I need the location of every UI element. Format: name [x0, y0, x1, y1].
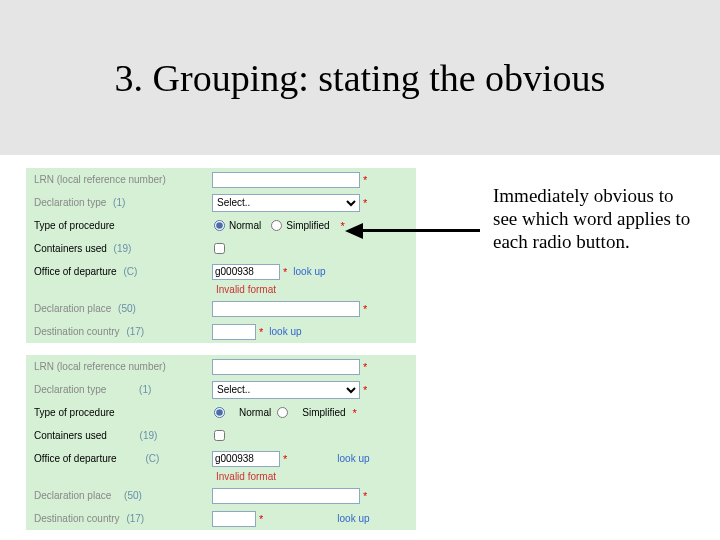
input-dest[interactable] [212, 324, 256, 340]
input-dest[interactable] [212, 511, 256, 527]
required-icon: * [283, 266, 287, 278]
form-panel-b: LRN (local reference number) * Declarati… [26, 355, 416, 530]
hint-decl-type: (1) [139, 384, 151, 395]
hint-office: (C) [123, 266, 137, 277]
row-decl-type: Declaration type (1) Select.. * [26, 191, 416, 214]
form-panel-a: LRN (local reference number) * Declarati… [26, 168, 416, 343]
arrow-line [360, 229, 480, 232]
hint-dest: (17) [126, 513, 144, 524]
slide-title: 3. Grouping: stating the obvious [115, 56, 606, 100]
input-lrn[interactable] [212, 172, 360, 188]
hint-place: (50) [124, 490, 142, 501]
label-dest-text: Destination country [34, 513, 120, 524]
row-dest: Destination country (17) * look up [26, 320, 416, 343]
label-containers-text: Containers used [34, 430, 107, 441]
row-dest: Destination country (17) * look up [26, 507, 416, 530]
hint-decl-type: (1) [113, 197, 125, 208]
lookup-link[interactable]: look up [269, 326, 301, 337]
label-place-text: Declaration place [34, 490, 111, 501]
error-invalid-format: Invalid format [26, 470, 416, 484]
checkbox-containers[interactable] [214, 243, 225, 254]
radio-simplified[interactable] [271, 220, 282, 231]
required-icon: * [363, 303, 367, 315]
required-icon: * [259, 513, 263, 525]
label-lrn: LRN (local reference number) [32, 361, 212, 372]
label-decl-type-text: Declaration type [34, 197, 106, 208]
label-decl-type: Declaration type (1) [32, 384, 212, 395]
label-office: Office of departure (C) [32, 266, 212, 277]
label-containers: Containers used (19) [32, 243, 212, 254]
radio-normal[interactable] [214, 407, 225, 418]
radio-simplified[interactable] [277, 407, 288, 418]
row-lrn: LRN (local reference number) * [26, 168, 416, 191]
hint-place: (50) [118, 303, 136, 314]
row-office: Office of departure (C) * look up [26, 260, 416, 283]
row-containers: Containers used (19) [26, 424, 416, 447]
radio-label-simplified: Simplified [302, 407, 345, 418]
label-procedure: Type of procedure [32, 407, 212, 418]
checkbox-containers[interactable] [214, 430, 225, 441]
label-office-text: Office of departure [34, 453, 117, 464]
input-place[interactable] [212, 301, 360, 317]
required-icon: * [363, 197, 367, 209]
row-decl-type: Declaration type (1) Select.. * [26, 378, 416, 401]
label-place-text: Declaration place [34, 303, 111, 314]
label-procedure: Type of procedure [32, 220, 212, 231]
label-containers-text: Containers used [34, 243, 107, 254]
annotation-text: Immediately obvious to see which word ap… [493, 185, 693, 253]
radio-label-simplified: Simplified [286, 220, 329, 231]
row-place: Declaration place (50) * [26, 297, 416, 320]
row-office: Office of departure (C) * look up [26, 447, 416, 470]
label-office-text: Office of departure [34, 266, 117, 277]
error-invalid-format: Invalid format [26, 283, 416, 297]
arrow-icon [345, 223, 495, 243]
hint-containers: (19) [140, 430, 158, 441]
radio-label-normal: Normal [239, 407, 271, 418]
hint-office: (C) [145, 453, 159, 464]
lookup-link[interactable]: look up [337, 453, 369, 464]
label-place: Declaration place (50) [32, 303, 212, 314]
row-procedure: Type of procedure Normal Simplified * [26, 401, 416, 424]
label-dest: Destination country (17) [32, 326, 212, 337]
hint-dest: (17) [126, 326, 144, 337]
required-icon: * [363, 384, 367, 396]
row-lrn: LRN (local reference number) * [26, 355, 416, 378]
select-decl-type[interactable]: Select.. [212, 381, 360, 399]
label-place: Declaration place (50) [32, 490, 212, 501]
required-icon: * [363, 490, 367, 502]
label-containers: Containers used (19) [32, 430, 212, 441]
required-icon: * [363, 174, 367, 186]
label-lrn: LRN (local reference number) [32, 174, 212, 185]
hint-containers: (19) [114, 243, 132, 254]
input-office[interactable] [212, 264, 280, 280]
required-icon: * [353, 407, 357, 419]
select-decl-type[interactable]: Select.. [212, 194, 360, 212]
required-icon: * [363, 361, 367, 373]
row-place: Declaration place (50) * [26, 484, 416, 507]
radio-label-normal: Normal [229, 220, 261, 231]
radio-normal[interactable] [214, 220, 225, 231]
label-dest-text: Destination country [34, 326, 120, 337]
title-band: 3. Grouping: stating the obvious [0, 0, 720, 155]
label-decl-type-text: Declaration type [34, 384, 106, 395]
required-icon: * [283, 453, 287, 465]
lookup-link[interactable]: look up [337, 513, 369, 524]
label-decl-type: Declaration type (1) [32, 197, 212, 208]
input-place[interactable] [212, 488, 360, 504]
label-office: Office of departure (C) [32, 453, 212, 464]
input-lrn[interactable] [212, 359, 360, 375]
lookup-link[interactable]: look up [293, 266, 325, 277]
label-dest: Destination country (17) [32, 513, 212, 524]
input-office[interactable] [212, 451, 280, 467]
required-icon: * [259, 326, 263, 338]
